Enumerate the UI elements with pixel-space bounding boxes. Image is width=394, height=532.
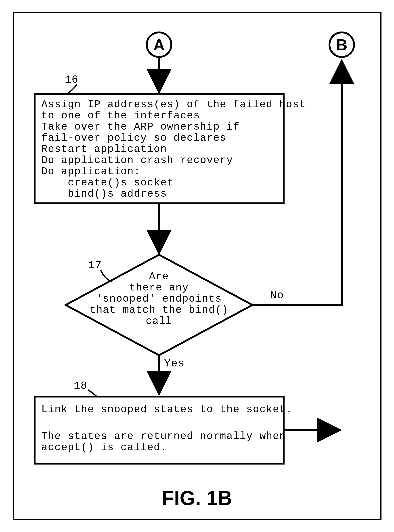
label-no: No [270,289,284,301]
box18-line-0: Link the snooped states to the socket. [41,404,293,415]
label-16: 16 [65,74,79,86]
box18-line-3: accept() is called. [41,442,167,453]
box16-line-1: to one of the interfaces [41,110,200,122]
box16-line-0: Assign IP address(es) of the failed host [41,99,306,110]
box18-line-2: The states are returned normally when [41,431,286,442]
connector-b: B [329,32,354,57]
box16-line-8: bind()s address [41,188,167,200]
label-18: 18 [74,380,88,392]
dec17-line-0: Are [149,271,169,282]
box16-line-7: create()s socket [41,177,174,188]
leader-17 [100,270,112,282]
connector-a: A [147,32,171,57]
box16-line-4: Restart application [41,143,167,155]
process-box-18: Link the snooped states to the socket. T… [35,396,293,464]
box16-line-5: Do application crash recovery [41,155,233,166]
dec17-line-1: there any [129,282,189,294]
box16-line-2: Take over the ARP ownership if [41,121,240,133]
dec17-line-3: that match the bind() [90,304,228,316]
box16-line-3: fail-over policy so declares [41,132,227,144]
dec17-line-4: call [146,315,172,327]
connector-a-label: A [153,36,165,54]
process-box-16: Assign IP address(es) of the failed host… [35,94,306,203]
figure-caption: FIG. 1B [162,487,232,509]
label-17: 17 [88,259,102,271]
connector-b-label: B [336,36,347,54]
dec17-line-2: 'snooped' endpoints [96,293,222,305]
label-yes: Yes [164,358,185,370]
edge-yes: Yes [159,355,185,393]
box16-line-6: Do application: [41,166,140,177]
